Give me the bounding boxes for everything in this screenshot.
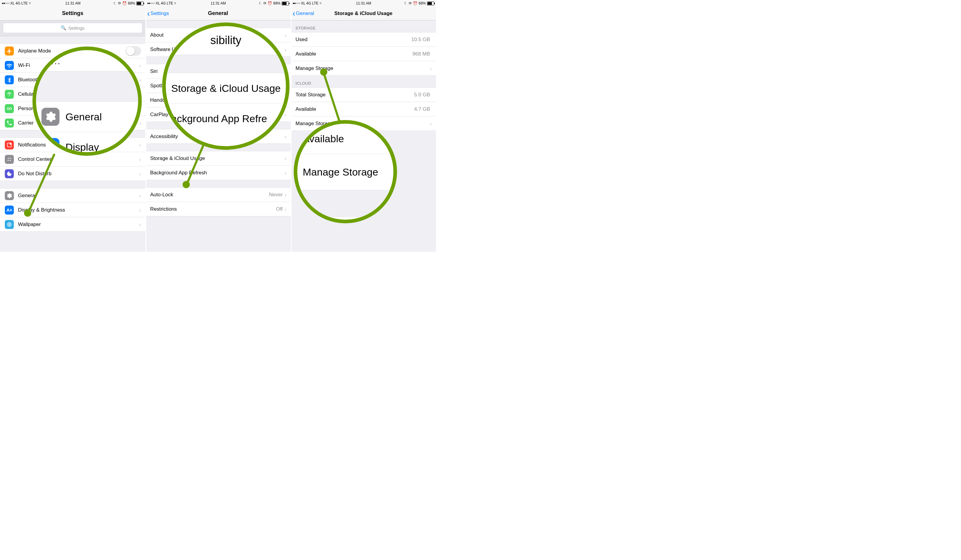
search-container: 🔍 Settings bbox=[0, 21, 145, 36]
back-button[interactable]: ‹Settings bbox=[147, 11, 169, 16]
phone-icon bbox=[5, 119, 14, 128]
notifications-icon bbox=[5, 140, 14, 149]
callout-magnifier-general: Bl… General A Display LTE bbox=[32, 47, 142, 156]
section-header-icloud: ICLOUD bbox=[291, 75, 436, 87]
navbar-storage: ‹General Storage & iCloud Usage bbox=[291, 6, 436, 21]
cellular-icon bbox=[5, 90, 14, 99]
row-label: Do Not Disturb bbox=[18, 171, 139, 177]
svg-point-4 bbox=[8, 158, 9, 159]
page-title: Storage & iCloud Usage bbox=[334, 11, 392, 16]
row-wallpaper[interactable]: Wallpaper › bbox=[0, 217, 145, 232]
control-center-icon bbox=[5, 155, 14, 164]
back-button[interactable]: ‹General bbox=[292, 11, 314, 16]
status-bar: ●●○○○XL 4G LTE ᯤ 11:31 AM ☾⟳⏰68% bbox=[0, 0, 145, 6]
status-time: 11:31 AM bbox=[65, 0, 80, 6]
row-dnd[interactable]: Do Not Disturb › bbox=[0, 167, 145, 181]
page-title: Settings bbox=[62, 10, 83, 16]
gear-icon bbox=[42, 108, 59, 126]
status-bar: ●●○○○XL 4G LTE ᯤ 11:31 AM ☾⟳⏰68% bbox=[145, 0, 291, 6]
search-input[interactable]: 🔍 Settings bbox=[3, 23, 142, 33]
svg-point-3 bbox=[10, 143, 11, 144]
row-display[interactable]: AA Display & Brightness › bbox=[0, 203, 145, 217]
row-storage-used: Used10.5 GB bbox=[291, 32, 436, 47]
wallpaper-icon bbox=[5, 220, 14, 229]
callout-target-dot bbox=[320, 68, 327, 75]
airplane-switch[interactable] bbox=[125, 46, 141, 56]
row-storage-available: Available968 MB bbox=[291, 47, 436, 61]
battery-icon bbox=[137, 2, 143, 5]
svg-point-1 bbox=[10, 108, 12, 109]
svg-point-6 bbox=[10, 160, 11, 160]
row-control-center[interactable]: Control Center › bbox=[0, 152, 145, 167]
row-icloud-available: Available4.7 GB bbox=[291, 102, 436, 116]
bluetooth-icon bbox=[5, 75, 14, 84]
callout-magnifier-manage: Available Manage Storage bbox=[294, 120, 397, 223]
row-label: Display & Brightness bbox=[18, 207, 139, 213]
wifi-icon bbox=[5, 61, 14, 70]
row-general[interactable]: General › bbox=[0, 188, 145, 203]
callout-magnifier-storage: sibility Storage & iCloud Usage ackgroun… bbox=[162, 22, 289, 150]
svg-point-9 bbox=[8, 223, 11, 225]
navbar-general: ‹Settings General bbox=[145, 6, 291, 21]
rotation-lock-icon: ⟳ bbox=[118, 0, 121, 6]
alarm-icon: ⏰ bbox=[122, 0, 127, 6]
svg-rect-7 bbox=[7, 160, 9, 160]
row-restrictions[interactable]: RestrictionsOff› bbox=[145, 202, 291, 217]
svg-point-0 bbox=[7, 108, 9, 109]
section-header-storage: STORAGE bbox=[291, 21, 436, 32]
row-storage-icloud[interactable]: Storage & iCloud Usage› bbox=[145, 151, 291, 166]
callout-target-dot bbox=[183, 181, 190, 188]
row-manage-storage[interactable]: Manage Storage› bbox=[291, 61, 436, 75]
callout-target-dot bbox=[24, 209, 31, 217]
status-bar: ●●○○○XL 4G LTE ᯤ 11:31 AM ☾⟳⏰68% bbox=[291, 0, 436, 6]
airplane-icon bbox=[5, 47, 14, 56]
row-label: Wallpaper bbox=[18, 221, 139, 228]
row-icloud-total: Total Storage5.0 GB bbox=[291, 87, 436, 102]
search-icon: 🔍 bbox=[61, 25, 66, 30]
wifi-icon: ᯤ bbox=[29, 0, 32, 6]
display-icon: AA bbox=[5, 205, 14, 215]
row-bg-refresh[interactable]: Background App Refresh› bbox=[145, 166, 291, 180]
svg-point-8 bbox=[9, 224, 10, 225]
moon-icon bbox=[5, 169, 14, 178]
navbar-settings: Settings bbox=[0, 6, 145, 21]
moon-icon: ☾ bbox=[114, 0, 117, 6]
row-autolock[interactable]: Auto-LockNever› bbox=[145, 187, 291, 202]
page-title: General bbox=[208, 10, 228, 16]
hotspot-icon bbox=[5, 104, 14, 113]
gear-icon bbox=[5, 191, 14, 200]
svg-rect-5 bbox=[9, 158, 11, 159]
row-label: Control Center bbox=[18, 156, 139, 162]
